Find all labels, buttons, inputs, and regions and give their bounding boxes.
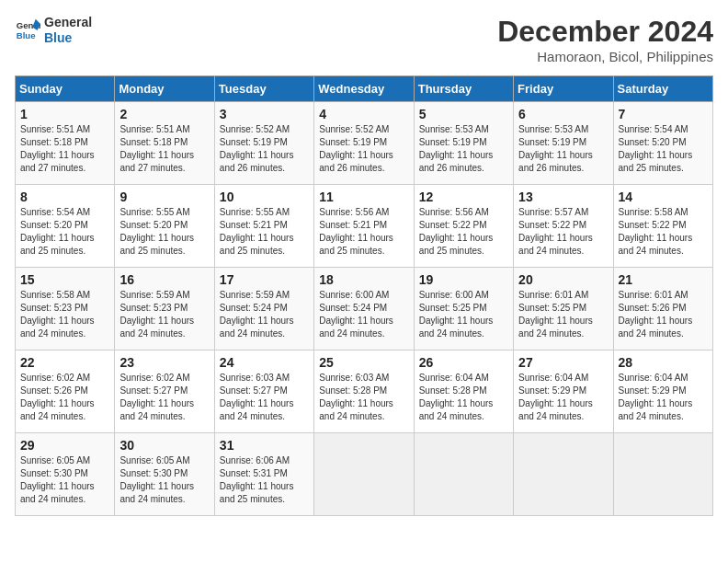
day-info: Sunrise: 5:55 AM Sunset: 5:21 PM Dayligh… (220, 206, 309, 258)
day-number: 23 (119, 355, 209, 370)
day-number: 29 (20, 438, 109, 453)
calendar-cell: 8Sunrise: 5:54 AM Sunset: 5:20 PM Daylig… (16, 185, 115, 268)
calendar-week-4: 22Sunrise: 6:02 AM Sunset: 5:26 PM Dayli… (16, 350, 713, 433)
day-info: Sunrise: 5:59 AM Sunset: 5:24 PM Dayligh… (220, 289, 309, 340)
calendar-cell: 23Sunrise: 6:02 AM Sunset: 5:27 PM Dayli… (115, 350, 214, 433)
day-number: 2 (119, 107, 209, 121)
day-info: Sunrise: 5:51 AM Sunset: 5:18 PM Dayligh… (20, 123, 109, 175)
day-info: Sunrise: 5:54 AM Sunset: 5:20 PM Dayligh… (20, 206, 109, 258)
title-block: December 2024 Hamoraon, Bicol, Philippin… (497, 15, 713, 64)
calendar-cell: 13Sunrise: 5:57 AM Sunset: 5:22 PM Dayli… (514, 185, 613, 268)
day-info: Sunrise: 6:03 AM Sunset: 5:27 PM Dayligh… (220, 372, 309, 423)
day-info: Sunrise: 6:00 AM Sunset: 5:24 PM Dayligh… (319, 289, 408, 340)
page-header: General Blue General Blue December 2024 … (15, 15, 713, 64)
calendar-cell: 30Sunrise: 6:05 AM Sunset: 5:30 PM Dayli… (115, 433, 214, 516)
calendar-week-2: 8Sunrise: 5:54 AM Sunset: 5:20 PM Daylig… (16, 185, 713, 268)
day-info: Sunrise: 5:51 AM Sunset: 5:18 PM Dayligh… (119, 123, 209, 175)
calendar-cell: 28Sunrise: 6:04 AM Sunset: 5:29 PM Dayli… (613, 350, 712, 433)
day-info: Sunrise: 6:04 AM Sunset: 5:29 PM Dayligh… (619, 372, 708, 423)
day-number: 28 (619, 355, 708, 370)
month-title: December 2024 (497, 15, 713, 49)
day-info: Sunrise: 6:03 AM Sunset: 5:28 PM Dayligh… (319, 372, 408, 423)
day-info: Sunrise: 5:54 AM Sunset: 5:20 PM Dayligh… (619, 123, 708, 175)
calendar-cell: 21Sunrise: 6:01 AM Sunset: 5:26 PM Dayli… (613, 268, 712, 350)
calendar-cell: 2Sunrise: 5:51 AM Sunset: 5:18 PM Daylig… (115, 102, 214, 185)
col-monday: Monday (115, 76, 214, 102)
day-number: 27 (518, 355, 608, 370)
calendar-cell (514, 433, 613, 516)
calendar-cell: 3Sunrise: 5:52 AM Sunset: 5:19 PM Daylig… (214, 102, 313, 185)
day-info: Sunrise: 5:56 AM Sunset: 5:22 PM Dayligh… (419, 206, 508, 258)
day-number: 26 (419, 355, 508, 370)
day-info: Sunrise: 6:01 AM Sunset: 5:26 PM Dayligh… (619, 289, 708, 340)
day-number: 25 (319, 355, 408, 370)
day-number: 12 (419, 190, 508, 204)
calendar-cell: 7Sunrise: 5:54 AM Sunset: 5:20 PM Daylig… (613, 102, 712, 185)
calendar-cell: 27Sunrise: 6:04 AM Sunset: 5:29 PM Dayli… (514, 350, 613, 433)
day-number: 11 (319, 190, 408, 204)
day-number: 31 (220, 438, 309, 453)
calendar-cell: 19Sunrise: 6:00 AM Sunset: 5:25 PM Dayli… (414, 268, 513, 350)
calendar-cell: 25Sunrise: 6:03 AM Sunset: 5:28 PM Dayli… (314, 350, 414, 433)
day-number: 18 (319, 272, 408, 287)
day-info: Sunrise: 5:59 AM Sunset: 5:23 PM Dayligh… (119, 289, 209, 340)
calendar-week-1: 1Sunrise: 5:51 AM Sunset: 5:18 PM Daylig… (16, 102, 713, 185)
calendar-cell: 5Sunrise: 5:53 AM Sunset: 5:19 PM Daylig… (414, 102, 513, 185)
calendar-cell: 17Sunrise: 5:59 AM Sunset: 5:24 PM Dayli… (214, 268, 313, 350)
day-info: Sunrise: 5:53 AM Sunset: 5:19 PM Dayligh… (518, 123, 608, 175)
day-info: Sunrise: 5:52 AM Sunset: 5:19 PM Dayligh… (220, 123, 309, 175)
day-number: 19 (419, 272, 508, 287)
col-tuesday: Tuesday (214, 76, 313, 102)
calendar-cell: 16Sunrise: 5:59 AM Sunset: 5:23 PM Dayli… (115, 268, 214, 350)
logo-line2: Blue (44, 30, 92, 46)
day-info: Sunrise: 5:55 AM Sunset: 5:20 PM Dayligh… (119, 206, 209, 258)
day-number: 30 (119, 438, 209, 453)
day-info: Sunrise: 6:05 AM Sunset: 5:30 PM Dayligh… (119, 454, 209, 506)
day-number: 22 (20, 355, 109, 370)
day-number: 16 (119, 272, 209, 287)
day-info: Sunrise: 5:52 AM Sunset: 5:19 PM Dayligh… (319, 123, 408, 175)
logo-icon: General Blue (15, 17, 40, 43)
day-number: 7 (619, 107, 708, 121)
day-number: 17 (220, 272, 309, 287)
day-number: 6 (518, 107, 608, 121)
day-number: 9 (119, 190, 209, 204)
day-number: 15 (20, 272, 109, 287)
day-number: 1 (20, 107, 109, 121)
day-info: Sunrise: 6:02 AM Sunset: 5:26 PM Dayligh… (20, 372, 109, 423)
day-info: Sunrise: 6:00 AM Sunset: 5:25 PM Dayligh… (419, 289, 508, 340)
location-subtitle: Hamoraon, Bicol, Philippines (497, 49, 713, 64)
day-info: Sunrise: 5:58 AM Sunset: 5:22 PM Dayligh… (619, 206, 708, 258)
calendar-cell: 1Sunrise: 5:51 AM Sunset: 5:18 PM Daylig… (16, 102, 115, 185)
col-thursday: Thursday (414, 76, 513, 102)
day-info: Sunrise: 6:04 AM Sunset: 5:28 PM Dayligh… (419, 372, 508, 423)
calendar-cell: 26Sunrise: 6:04 AM Sunset: 5:28 PM Dayli… (414, 350, 513, 433)
day-info: Sunrise: 6:01 AM Sunset: 5:25 PM Dayligh… (518, 289, 608, 340)
day-number: 3 (220, 107, 309, 121)
logo-line1: General (44, 15, 92, 30)
calendar-cell: 12Sunrise: 5:56 AM Sunset: 5:22 PM Dayli… (414, 185, 513, 268)
day-info: Sunrise: 5:57 AM Sunset: 5:22 PM Dayligh… (518, 206, 608, 258)
col-sunday: Sunday (16, 76, 115, 102)
day-number: 4 (319, 107, 408, 121)
day-number: 8 (20, 190, 109, 204)
day-info: Sunrise: 5:56 AM Sunset: 5:21 PM Dayligh… (319, 206, 408, 258)
day-number: 13 (518, 190, 608, 204)
calendar-cell: 10Sunrise: 5:55 AM Sunset: 5:21 PM Dayli… (214, 185, 313, 268)
day-info: Sunrise: 5:58 AM Sunset: 5:23 PM Dayligh… (20, 289, 109, 340)
calendar-cell: 24Sunrise: 6:03 AM Sunset: 5:27 PM Dayli… (214, 350, 313, 433)
calendar-cell (414, 433, 513, 516)
day-info: Sunrise: 6:05 AM Sunset: 5:30 PM Dayligh… (20, 454, 109, 506)
day-number: 10 (220, 190, 309, 204)
calendar-cell (613, 433, 712, 516)
calendar-cell: 6Sunrise: 5:53 AM Sunset: 5:19 PM Daylig… (514, 102, 613, 185)
day-info: Sunrise: 6:02 AM Sunset: 5:27 PM Dayligh… (119, 372, 209, 423)
col-friday: Friday (514, 76, 613, 102)
col-wednesday: Wednesday (314, 76, 414, 102)
day-number: 5 (419, 107, 508, 121)
calendar-header-row: Sunday Monday Tuesday Wednesday Thursday… (16, 76, 713, 102)
calendar-cell: 29Sunrise: 6:05 AM Sunset: 5:30 PM Dayli… (16, 433, 115, 516)
day-number: 24 (220, 355, 309, 370)
calendar-cell: 22Sunrise: 6:02 AM Sunset: 5:26 PM Dayli… (16, 350, 115, 433)
calendar-cell: 15Sunrise: 5:58 AM Sunset: 5:23 PM Dayli… (16, 268, 115, 350)
